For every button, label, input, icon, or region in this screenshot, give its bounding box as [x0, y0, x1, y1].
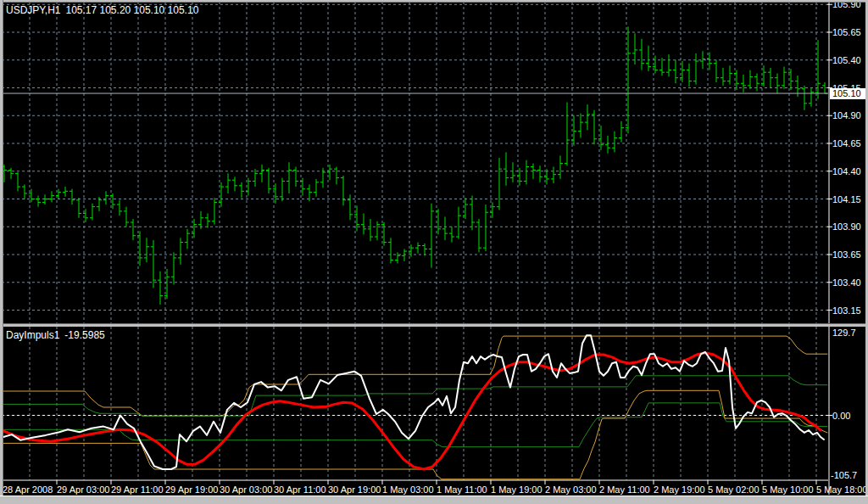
time-tick-label: 30 Apr 19:00 [328, 484, 381, 495]
price-tick-label: 105.40 [832, 55, 861, 65]
time-tick-label: 28 Apr 2008 [3, 484, 53, 495]
time-tick-label: 2 May 03:00 [545, 484, 597, 495]
mt4-chart-window: USDJPY,H1105.17 105.20 105.10 105.10 Day… [0, 0, 868, 504]
indicator-tick-label: 0.00 [832, 411, 850, 421]
time-tick-label: 29 Apr 03:00 [57, 484, 109, 495]
symbol-timeframe-label: USDJPY,H1 [6, 4, 60, 16]
time-tick-label: 29 Apr 19:00 [165, 484, 218, 495]
current-price-badge: 105.10 [830, 88, 867, 99]
window-border-top [0, 0, 868, 3]
indicator-tick-label: -105.7 [831, 470, 857, 480]
indicator-series [2, 335, 828, 479]
time-tick-label: 1 May 19:00 [491, 484, 542, 495]
indicator-tick-label: 129.7 [832, 328, 856, 338]
time-tick-label: 1 May 03:00 [382, 484, 434, 495]
time-tick-label: 1 May 11:00 [437, 484, 487, 495]
price-tick-label: 104.90 [832, 110, 861, 120]
price-tick-label: 105.65 [832, 27, 861, 37]
chart-title: USDJPY,H1105.17 105.20 105.10 105.10 [6, 4, 198, 16]
price-tick-label: 103.40 [832, 277, 861, 288]
time-tick-label: 5 May 02:00 [708, 484, 760, 495]
time-tick-label: 2 May 11:00 [599, 484, 650, 495]
time-tick-label: 30 Apr 03:00 [220, 484, 272, 495]
window-border-bottom [0, 496, 868, 504]
time-tick-label: 5 May 18:00 [816, 484, 868, 495]
price-tick-label: 104.40 [832, 166, 861, 176]
window-border-left [0, 0, 3, 504]
time-tick-label: 5 May 10:00 [762, 484, 814, 495]
indicator-name-label: DayImpuls1 [6, 329, 59, 341]
indicator-value-label: -19.5985 [64, 329, 104, 341]
price-tick-label: 103.15 [832, 305, 861, 316]
pane-splitter[interactable] [0, 323, 868, 327]
price-tick-label: 103.65 [832, 249, 861, 260]
price-bars [2, 26, 828, 305]
chart-canvas [0, 0, 868, 504]
price-tick-label: 104.65 [832, 138, 861, 148]
gridlines [2, 2, 828, 480]
time-tick-label: 29 Apr 11:00 [111, 484, 164, 495]
time-tick-label: 2 May 19:00 [654, 484, 705, 495]
price-tick-label: 104.15 [832, 194, 861, 204]
price-tick-label: 103.90 [832, 221, 861, 232]
indicator-title: DayImpuls1-19.5985 [6, 329, 105, 341]
quote-ohlc-label: 105.17 105.20 105.10 105.10 [65, 4, 198, 16]
time-tick-label: 30 Apr 11:00 [274, 484, 326, 495]
